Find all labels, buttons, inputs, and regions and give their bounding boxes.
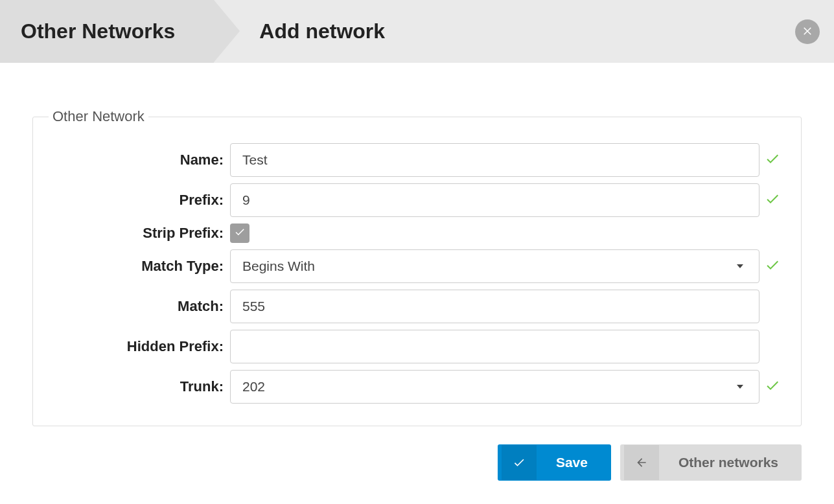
check-icon	[765, 378, 780, 396]
chevron-down-icon	[737, 264, 743, 268]
check-icon	[765, 257, 780, 275]
check-icon	[234, 226, 246, 240]
check-icon	[765, 151, 780, 169]
row-prefix: Prefix:	[49, 183, 785, 217]
row-hidden-prefix: Hidden Prefix:	[49, 330, 785, 363]
valid-trunk	[759, 378, 785, 396]
chevron-down-icon	[737, 385, 743, 389]
row-match: Match:	[49, 290, 785, 323]
form-content: Other Network Name: Prefix:	[0, 63, 834, 504]
action-bar: Save Other networks	[32, 444, 802, 481]
group-other-network: Other Network Name: Prefix:	[32, 108, 802, 426]
label-match-type: Match Type:	[49, 258, 230, 275]
save-button[interactable]: Save	[498, 444, 611, 481]
close-icon	[802, 25, 813, 39]
match-input[interactable]	[230, 290, 759, 323]
group-legend: Other Network	[49, 108, 148, 125]
breadcrumb-other-networks[interactable]: Other Networks	[0, 0, 214, 63]
valid-match-type	[759, 257, 785, 275]
label-strip-prefix: Strip Prefix:	[49, 225, 230, 242]
close-button[interactable]	[795, 19, 820, 44]
name-input[interactable]	[230, 143, 759, 177]
breadcrumb-label-1: Other Networks	[21, 19, 175, 43]
save-label: Save	[537, 455, 607, 470]
label-match: Match:	[49, 298, 230, 315]
breadcrumb-label-2: Add network	[259, 19, 385, 43]
back-label: Other networks	[659, 455, 798, 470]
row-strip-prefix: Strip Prefix:	[49, 223, 785, 243]
arrow-left-icon	[624, 445, 659, 480]
check-icon	[765, 191, 780, 209]
trunk-select[interactable]: 202	[230, 370, 759, 404]
prefix-input[interactable]	[230, 183, 759, 217]
label-trunk: Trunk:	[49, 378, 230, 395]
label-name: Name:	[49, 152, 230, 168]
row-trunk: Trunk: 202	[49, 370, 785, 404]
label-hidden-prefix: Hidden Prefix:	[49, 338, 230, 355]
valid-prefix	[759, 191, 785, 209]
other-networks-button[interactable]: Other networks	[620, 444, 802, 481]
match-type-select[interactable]: Begins With	[230, 249, 759, 283]
match-type-value: Begins With	[242, 258, 315, 274]
row-match-type: Match Type: Begins With	[49, 249, 785, 283]
strip-prefix-checkbox[interactable]	[230, 223, 249, 243]
label-prefix: Prefix:	[49, 192, 230, 209]
trunk-value: 202	[242, 379, 265, 395]
page-header: Other Networks Add network	[0, 0, 834, 63]
row-name: Name:	[49, 143, 785, 177]
check-icon	[502, 445, 537, 480]
valid-name	[759, 151, 785, 169]
hidden-prefix-input[interactable]	[230, 330, 759, 363]
